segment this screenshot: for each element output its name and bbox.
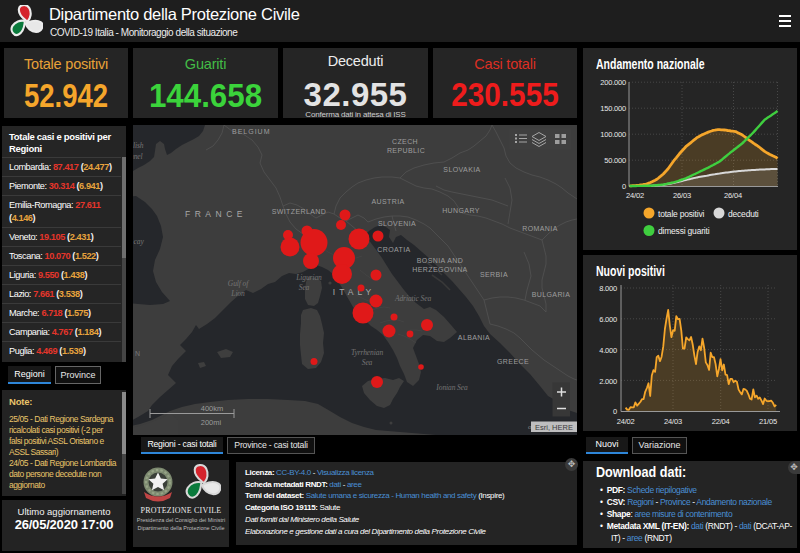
svg-text:HUNGARY: HUNGARY xyxy=(442,207,480,214)
svg-text:24/03: 24/03 xyxy=(664,417,682,426)
svg-text:cay: cay xyxy=(134,237,145,246)
svg-text:8.000: 8.000 xyxy=(599,284,617,293)
svg-text:ITALY: ITALY xyxy=(333,287,375,297)
svg-text:ALBANIA: ALBANIA xyxy=(458,334,490,341)
svg-text:GREECE: GREECE xyxy=(497,358,529,365)
svg-text:Gulf of: Gulf of xyxy=(228,279,249,288)
svg-text:200mi: 200mi xyxy=(201,418,222,427)
svg-text:100.000: 100.000 xyxy=(600,130,626,139)
svg-text:CZECH: CZECH xyxy=(392,138,418,145)
svg-text:SWITZERLAND: SWITZERLAND xyxy=(272,208,327,215)
svg-text:BOSNIA AND: BOSNIA AND xyxy=(417,257,463,264)
svg-text:26/04: 26/04 xyxy=(724,191,742,200)
svg-text:0: 0 xyxy=(622,182,626,191)
svg-text:totale positivi: totale positivi xyxy=(658,209,704,219)
svg-text:26/03: 26/03 xyxy=(673,191,691,200)
svg-text:HERZEGOVINA: HERZEGOVINA xyxy=(412,266,467,273)
svg-text:BELGIUM: BELGIUM xyxy=(232,128,271,135)
svg-text:150.000: 150.000 xyxy=(600,104,626,113)
svg-text:6.000: 6.000 xyxy=(599,315,617,324)
svg-text:Lion: Lion xyxy=(230,289,245,298)
svg-text:50.000: 50.000 xyxy=(604,156,626,165)
svg-text:Ligurian: Ligurian xyxy=(295,273,322,282)
svg-text:SERBIA: SERBIA xyxy=(480,271,508,278)
svg-text:FRANCE: FRANCE xyxy=(185,209,247,219)
svg-text:lish: lish xyxy=(133,141,144,150)
svg-text:N: N xyxy=(135,350,140,357)
svg-text:Adriatic Sea: Adriatic Sea xyxy=(394,294,431,303)
svg-text:SLOVAKIA: SLOVAKIA xyxy=(443,166,480,173)
svg-text:24/02: 24/02 xyxy=(617,417,635,426)
svg-text:deceduti: deceduti xyxy=(728,209,759,219)
svg-text:dimessi guariti: dimessi guariti xyxy=(658,226,710,236)
svg-text:4.000: 4.000 xyxy=(599,346,617,355)
svg-text:Ionian Sea: Ionian Sea xyxy=(435,383,468,392)
svg-text:SLOVENIA: SLOVENIA xyxy=(378,220,416,227)
svg-text:22/04: 22/04 xyxy=(712,417,730,426)
svg-text:200.000: 200.000 xyxy=(600,78,626,87)
svg-text:REPUBLIC: REPUBLIC xyxy=(387,147,425,154)
svg-text:ROMANIA: ROMANIA xyxy=(522,225,557,232)
svg-text:21/05: 21/05 xyxy=(759,417,777,426)
svg-text:Sea: Sea xyxy=(299,283,310,292)
svg-text:BULGARIA: BULGARIA xyxy=(532,291,571,298)
svg-text:AUSTRIA: AUSTRIA xyxy=(371,198,404,205)
svg-text:Sea: Sea xyxy=(362,358,373,367)
svg-text:nnel: nnel xyxy=(133,152,143,161)
svg-text:0: 0 xyxy=(613,407,617,416)
svg-text:Esri, HERE: Esri, HERE xyxy=(535,423,573,432)
svg-text:2.000: 2.000 xyxy=(599,377,617,386)
svg-text:24/02: 24/02 xyxy=(626,191,644,200)
svg-text:400km: 400km xyxy=(201,404,224,413)
svg-text:CROATIA: CROATIA xyxy=(377,246,410,253)
svg-text:Tyrrhenian: Tyrrhenian xyxy=(351,348,383,357)
